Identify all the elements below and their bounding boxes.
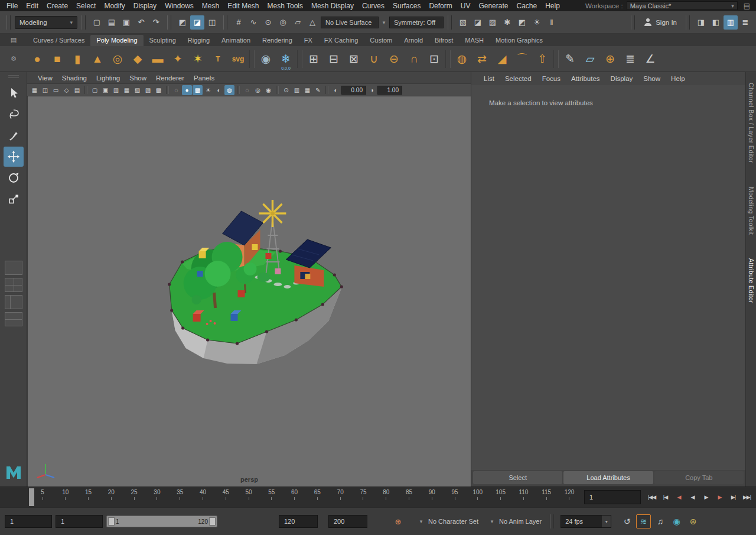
- menubar-item[interactable]: Curves: [358, 2, 389, 10]
- viewport-menu-item[interactable]: Panels: [189, 74, 219, 82]
- quad-draw-icon[interactable]: ▱: [580, 48, 600, 70]
- wireframe-icon[interactable]: ◌: [171, 85, 181, 95]
- rotate-tool[interactable]: [4, 168, 24, 188]
- poly-sphere-icon[interactable]: ●: [27, 48, 47, 70]
- live-surface-field[interactable]: No Live Surface: [321, 17, 379, 28]
- snap-point-icon[interactable]: ⊙: [261, 15, 275, 30]
- render-view-icon[interactable]: ▧: [456, 15, 470, 30]
- isolate-select-icon[interactable]: ⊙: [281, 85, 291, 95]
- poly-torus-icon[interactable]: ◎: [107, 48, 128, 70]
- go-to-end-button[interactable]: ▶▶|: [741, 491, 753, 503]
- shelf-tab[interactable]: Poly Modeling: [90, 35, 143, 46]
- separator-grip[interactable]: [223, 15, 227, 30]
- use-all-lights-icon[interactable]: ☀: [203, 85, 213, 95]
- viewport[interactable]: persp: [27, 96, 471, 487]
- safe-title-icon[interactable]: ▨: [143, 85, 153, 95]
- scale-tool[interactable]: [4, 189, 24, 209]
- toolbox-grip[interactable]: [8, 75, 19, 78]
- current-time-marker[interactable]: [29, 488, 34, 506]
- shelf-tab[interactable]: MASH: [459, 35, 490, 46]
- boolean-difference-icon[interactable]: ⊖: [384, 48, 404, 70]
- insert-edge-loop-icon[interactable]: ≣: [620, 48, 640, 70]
- grease-pencil-icon[interactable]: ✎: [313, 85, 323, 95]
- shelf-tab[interactable]: FX: [298, 35, 318, 46]
- sync-playback-icon[interactable]: ◉: [669, 514, 684, 528]
- menubar-item[interactable]: File: [2, 2, 22, 10]
- shelf-tab[interactable]: FX Caching: [318, 35, 364, 46]
- mute-audio-icon[interactable]: ♫: [653, 514, 667, 528]
- copy-tab-button[interactable]: Copy Tab: [654, 471, 744, 484]
- gamma-field[interactable]: 1.00: [377, 86, 402, 95]
- viewport-menu-item[interactable]: Lighting: [92, 74, 125, 82]
- crease-tool-icon[interactable]: ∠: [640, 48, 660, 70]
- live-surface-menu-chevron[interactable]: ▾: [380, 20, 388, 25]
- separator-grip[interactable]: [167, 15, 171, 30]
- step-forward-key-button[interactable]: ▶: [713, 491, 726, 503]
- wireframe-on-shaded-icon[interactable]: ▦: [302, 85, 312, 95]
- render-current-frame-icon[interactable]: ◪: [471, 15, 485, 30]
- menubar-item[interactable]: Mesh Tools: [263, 2, 307, 10]
- boolean-intersection-icon[interactable]: ∩: [404, 48, 424, 70]
- select-object-icon[interactable]: ◪: [190, 15, 204, 30]
- sign-in-button[interactable]: Sign In: [639, 18, 682, 26]
- smooth-icon[interactable]: ◍: [452, 48, 472, 70]
- menubar-item[interactable]: Modify: [100, 2, 129, 10]
- menubar-item[interactable]: Windows: [161, 2, 198, 10]
- menubar-item[interactable]: UV: [457, 2, 475, 10]
- move-tool[interactable]: [4, 147, 24, 167]
- undo-icon[interactable]: ↶: [134, 15, 148, 30]
- hypershade-icon[interactable]: ◩: [515, 15, 529, 30]
- shelf-tab[interactable]: Custom: [364, 35, 398, 46]
- ipr-render-icon[interactable]: ▨: [485, 15, 500, 30]
- mirror-icon[interactable]: ⇄: [472, 48, 492, 70]
- menubar-item[interactable]: Surfaces: [389, 2, 425, 10]
- separator-grip[interactable]: [550, 514, 554, 528]
- tool-settings-toggle-icon[interactable]: ◧: [709, 15, 723, 30]
- poly-cylinder-icon[interactable]: ▮: [67, 48, 87, 70]
- shelf-tab[interactable]: Motion Graphics: [490, 35, 549, 46]
- menubar-item[interactable]: Select: [72, 2, 100, 10]
- camera-attributes-icon[interactable]: ▭: [51, 85, 61, 95]
- side-tab-channel-box[interactable]: Channel Box / Layer Editor: [748, 83, 755, 163]
- attribute-editor-toggle-icon[interactable]: ◨: [694, 15, 708, 30]
- anim-layer-menu[interactable]: ▾ No Anim Layer: [488, 518, 542, 525]
- depth-of-field-icon[interactable]: ◉: [263, 85, 273, 95]
- poly-type-icon[interactable]: T: [208, 48, 228, 70]
- separator-grip[interactable]: [686, 15, 690, 30]
- playback-start-field[interactable]: 1: [56, 515, 103, 528]
- time-slider-track[interactable]: 5101520253035404550556065707580859095100…: [27, 487, 582, 507]
- motion-blur-icon[interactable]: ◌: [242, 85, 252, 95]
- range-end-handle[interactable]: [209, 517, 216, 526]
- select-component-icon[interactable]: ◫: [205, 15, 219, 30]
- separator-grip[interactable]: [448, 15, 452, 30]
- fps-select[interactable]: 24 fps ▾: [561, 515, 611, 528]
- go-to-start-button[interactable]: |◀◀: [646, 491, 658, 503]
- poly-disc-icon[interactable]: ▬: [148, 48, 168, 70]
- redo-icon[interactable]: ↷: [149, 15, 163, 30]
- frame-all-icon[interactable]: ▩: [154, 85, 164, 95]
- light-editor-icon[interactable]: ☀: [530, 15, 544, 30]
- sweep-mesh-icon[interactable]: ✶: [188, 48, 208, 70]
- menubar-item[interactable]: Cache: [512, 2, 541, 10]
- menu-set-selector[interactable]: Modeling ▾: [15, 16, 77, 29]
- snap-view-plane-icon[interactable]: ▱: [291, 15, 305, 30]
- side-tab-attribute-editor[interactable]: Attribute Editor: [748, 258, 755, 303]
- shelf-tab[interactable]: Rigging: [182, 35, 216, 46]
- exposure-icon[interactable]: ◐: [331, 85, 341, 95]
- svg-tool-icon[interactable]: svg: [228, 48, 248, 70]
- viewport-menu-item[interactable]: Renderer: [151, 74, 189, 82]
- viewport-menu-item[interactable]: Show: [125, 74, 151, 82]
- play-backward-button[interactable]: ◀: [686, 491, 699, 503]
- four-pane-layout-button[interactable]: [5, 278, 22, 292]
- menubar-item[interactable]: Create: [43, 2, 72, 10]
- select-button[interactable]: Select: [473, 471, 562, 484]
- separator-grip[interactable]: [6, 15, 11, 30]
- current-frame-field[interactable]: 1: [584, 490, 641, 504]
- modeling-toolkit-toggle-icon[interactable]: ≣: [738, 15, 752, 30]
- gamma-icon[interactable]: ◑: [367, 85, 377, 95]
- menubar-item[interactable]: Mesh Display: [307, 2, 358, 10]
- poly-plane-icon[interactable]: ◆: [128, 48, 148, 70]
- separator-grip[interactable]: [82, 15, 86, 30]
- attribute-editor-menu-item[interactable]: Help: [666, 75, 690, 82]
- textured-icon[interactable]: ▩: [193, 85, 203, 95]
